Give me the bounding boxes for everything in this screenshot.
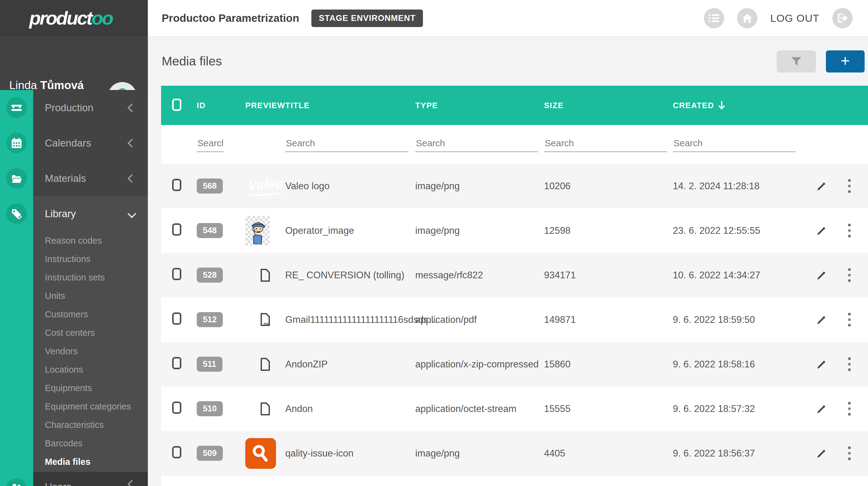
content-area: Media files + ID PREVIEW TITLE TYPE SI [148,37,868,486]
select-all-checkbox[interactable] [172,99,181,111]
productoo-logo[interactable]: productoo [29,7,113,29]
folder-icon[interactable] [6,168,27,189]
main-area: Productoo Parametrization STAGE ENVIRONM… [148,0,868,486]
search-type-input[interactable] [415,137,538,152]
id-badge: 509 [197,446,223,461]
id-badge: 528 [197,267,223,283]
column-header-id[interactable]: ID [197,101,245,110]
list-icon [709,14,719,23]
file-title: RE_ CONVERSION (tolling) [285,270,404,281]
row-checkbox[interactable] [172,268,181,280]
partial-next-row [161,476,868,486]
search-created-input[interactable] [673,137,796,152]
column-header-size[interactable]: SIZE [544,101,673,110]
edit-button[interactable] [816,359,827,370]
file-created: 9. 6. 2022 18:56:37 [673,448,755,459]
chevron-left-icon [128,103,136,112]
chevron-left-icon [128,480,136,486]
icon-rail [0,90,33,486]
pencil-icon [816,225,827,236]
row-checkbox[interactable] [172,313,181,325]
chevron-left-icon [128,174,136,183]
user-panel: Linda Tůmová Last login: 1. 4. 2024 16:4… [0,36,148,90]
edit-button[interactable] [816,270,827,281]
id-badge: 510 [197,401,223,416]
pencil-icon [816,359,827,370]
column-header-title[interactable]: TITLE [285,101,415,110]
row-menu-button[interactable] [847,267,852,283]
users-icon[interactable] [6,478,27,486]
column-header-created[interactable]: CREATED [673,101,808,110]
file-title: Andon [285,403,313,414]
calendar-icon[interactable] [6,133,27,153]
edit-button[interactable] [816,448,827,459]
file-type: image/png [415,181,460,191]
tags-icon[interactable] [6,203,27,224]
edit-button[interactable] [816,314,827,325]
search-size-input[interactable] [544,137,667,152]
page-actions: + [777,51,865,72]
edit-button[interactable] [816,225,827,236]
media-files-table: ID PREVIEW TITLE TYPE SIZE CREATED [161,86,868,486]
file-type: application/octet-stream [415,403,516,414]
preview-valeo-logo: Valeo [245,172,286,200]
search-id-input[interactable] [197,137,224,152]
logout-icon-button[interactable] [832,8,852,28]
svg-text:PDF: PDF [264,322,270,325]
file-type: message/rfc822 [415,270,483,281]
chevron-left-icon [128,138,136,147]
id-badge: 548 [197,223,223,238]
search-title-input[interactable] [285,137,408,152]
pencil-icon [816,314,827,325]
sign-out-icon [837,13,848,23]
file-type: application/pdf [415,314,477,325]
table-row: 510 Valeo [161,386,868,431]
filter-button[interactable] [777,51,816,72]
file-size: 4405 [544,448,565,459]
file-title: Gmail11111111111111111116sdsds… [285,314,438,325]
row-checkbox[interactable] [172,401,181,414]
row-checkbox[interactable] [172,446,181,458]
file-created: 23. 6. 2022 12:55:55 [673,225,760,236]
preview-file-icon [245,358,285,371]
home-icon [742,13,753,23]
preview-file-icon [245,402,285,415]
file-size: 15555 [544,403,570,414]
file-title: qality-issue-icon [285,448,353,459]
topbar-actions: LOG OUT [704,8,852,28]
id-badge: 568 [197,179,223,194]
home-button[interactable] [737,8,757,28]
row-checkbox[interactable] [172,179,181,191]
table-row: 511 Valeo [161,342,868,386]
file-size: 934171 [544,270,576,281]
row-menu-button[interactable] [847,222,852,239]
row-checkbox[interactable] [172,357,181,369]
row-menu-button[interactable] [847,178,852,194]
column-header-preview[interactable]: PREVIEW [245,101,285,110]
row-menu-button[interactable] [847,312,852,328]
file-size: 10206 [544,181,570,191]
logout-button[interactable]: LOG OUT [770,12,819,24]
table-row: 548 Valeo [161,208,868,253]
table-row: 568 Valeo [161,164,868,208]
preview-operator-image [245,216,270,246]
sidebar-item-label: Calendars [45,137,129,149]
production-icon[interactable] [6,97,27,118]
sidebar-item-label: Materials [45,173,129,184]
row-menu-button[interactable] [847,445,852,461]
table-row: 512 Valeo [161,297,868,342]
add-media-file-button[interactable]: + [826,51,865,72]
menu-list-button[interactable] [704,8,724,28]
column-header-type[interactable]: TYPE [415,101,544,110]
table-body: 568 Valeo [161,164,868,476]
row-menu-button[interactable] [847,400,852,417]
edit-button[interactable] [816,403,827,414]
row-menu-button[interactable] [847,356,852,372]
sort-desc-icon [718,101,725,110]
row-checkbox[interactable] [172,223,181,236]
file-title: Valeo logo [285,181,330,191]
logo-block: productoo [0,0,148,36]
edit-button[interactable] [816,181,827,192]
file-created: 9. 6. 2022 18:58:16 [673,359,755,369]
file-type: image/png [415,225,460,236]
